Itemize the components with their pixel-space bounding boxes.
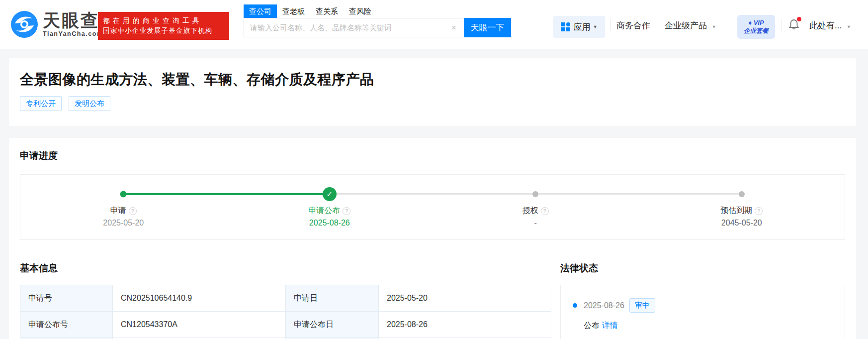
cell-publication-date-label: 申请公布日 [286, 312, 379, 338]
notification-red-dot [797, 17, 801, 21]
cell-application-date-value: 2025-05-20 [379, 285, 551, 312]
help-icon[interactable]: ? [755, 207, 763, 215]
nav-more-dropdown[interactable]: 此处有... ▼ [809, 20, 851, 31]
patent-title: 全景图像的生成方法、装置、车辆、存储介质及程序产品 [20, 71, 845, 88]
cell-publication-number-label: 申请公布号 [20, 312, 113, 338]
cell-publication-date-value: 2025-08-26 [379, 312, 551, 338]
legal-status-box: 2025-08-26 审中 公布 详情 [560, 285, 845, 339]
step-date: - [433, 219, 639, 227]
cell-application-number-label: 申请号 [20, 285, 113, 312]
promo-banner: 都在用的商业查询工具 国家中小企业发展子基金旗下机构 [98, 12, 229, 40]
vip-line1: ♦ VIP [748, 19, 764, 27]
nav-business-cooperation[interactable]: 商务合作 [616, 20, 650, 31]
vip-diamond-icon: ♦ [748, 19, 752, 26]
apps-grid-icon [561, 22, 570, 32]
legal-action-label: 公布 [584, 321, 600, 330]
tab-search-company[interactable]: 查公司 [244, 4, 277, 19]
step-date: 2025-05-20 [20, 219, 227, 227]
more-label: 此处有... [809, 21, 842, 30]
timeline-track-completed [123, 193, 330, 195]
table-row: 申请号 CN202510654140.9 申请日 2025-05-20 [20, 285, 551, 312]
bullet-dot-icon [573, 303, 577, 308]
step-date: 2045-05-20 [639, 219, 845, 227]
step-label: 授权 [522, 206, 538, 216]
brand-domain: TianYanCha.com [43, 30, 103, 37]
step-label: 预估到期 [720, 206, 752, 216]
nav-enterprise-product[interactable]: 企业级产品 ▼ [665, 20, 716, 31]
step-date: 2025-08-26 [227, 219, 433, 227]
legal-status-date: 2025-08-26 [584, 301, 624, 310]
search-submit-button[interactable]: 天眼一下 [464, 18, 511, 37]
section-heading-legal-status: 法律状态 [560, 262, 845, 274]
cell-application-number-value: CN202510654140.9 [113, 285, 286, 312]
section-heading-basic-info: 基本信息 [20, 262, 551, 274]
tianyancha-eye-icon [11, 11, 38, 38]
basic-info-section: 基本信息 申请号 CN202510654140.9 申请日 2025-05-20… [20, 262, 551, 339]
search-input[interactable] [244, 18, 464, 37]
timeline-dot-filed [120, 191, 127, 198]
timeline-dot-granted [532, 191, 538, 197]
timeline-step-published: 申请公布? 2025-08-26 [227, 206, 433, 227]
legal-status-item: 2025-08-26 审中 [573, 298, 833, 313]
application-progress-timeline: ✓ 申请? 2025-05-20 申请公布? 2025-08-26 授权? - … [20, 174, 845, 240]
tab-search-relation[interactable]: 查关系 [310, 4, 344, 19]
timeline-dot-expiry [739, 191, 745, 197]
promo-line1: 都在用的商业查询工具 [103, 16, 224, 26]
help-icon[interactable]: ? [541, 207, 549, 215]
search-bar: × 天眼一下 [244, 18, 511, 37]
divider [731, 19, 731, 31]
step-label: 申请公布 [308, 206, 340, 216]
timeline-step-estimated-expiry: 预估到期? 2045-05-20 [639, 206, 845, 227]
basic-info-table: 申请号 CN202510654140.9 申请日 2025-05-20 申请公布… [20, 285, 551, 339]
step-label: 申请 [110, 206, 126, 216]
status-badge: 审中 [629, 298, 655, 313]
apps-label: 应用 [574, 21, 591, 33]
timeline-step-granted: 授权? - [433, 206, 639, 227]
apps-menu-button[interactable]: 应用 ▼ [553, 16, 605, 38]
patent-tags: 专利公开 发明公布 [20, 96, 845, 111]
divider [781, 19, 782, 31]
promo-line2: 国家中小企业发展子基金旗下机构 [103, 26, 224, 36]
chevron-down-icon: ▼ [712, 24, 716, 29]
timeline-check-icon: ✓ [323, 187, 337, 201]
legal-status-section: 法律状态 2025-08-26 审中 公布 详情 [560, 262, 845, 339]
help-icon[interactable]: ? [129, 207, 137, 215]
tab-search-risk[interactable]: 查风险 [344, 4, 377, 19]
table-row: 申请公布号 CN120543370A 申请公布日 2025-08-26 [20, 312, 551, 338]
legal-status-action: 公布 详情 [584, 321, 833, 331]
search-input-wrap: × [244, 18, 464, 37]
tag-invention-publication: 发明公布 [69, 96, 110, 111]
timeline-steps: 申请? 2025-05-20 申请公布? 2025-08-26 授权? - 预估… [20, 175, 845, 227]
chevron-down-icon: ▼ [593, 24, 598, 29]
brand-name: 天眼查 [43, 11, 103, 29]
cell-publication-number-value: CN120543370A [113, 312, 286, 338]
help-icon[interactable]: ? [343, 207, 350, 215]
tianyancha-logo[interactable]: 天眼查 TianYanCha.com [11, 11, 103, 38]
patent-detail-card: 申请进度 ✓ 申请? 2025-05-20 申请公布? 2025-08-26 授… [9, 138, 856, 339]
top-header: 天眼查 TianYanCha.com 都在用的商业查询工具 国家中小企业发展子基… [0, 0, 868, 49]
patent-title-card: 全景图像的生成方法、装置、车辆、存储介质及程序产品 专利公开 发明公布 [9, 58, 856, 126]
divider [610, 19, 611, 31]
section-heading-progress: 申请进度 [20, 150, 845, 161]
vip-package-button[interactable]: ♦ VIP 企业套餐 [737, 15, 775, 39]
vip-line2: 企业套餐 [744, 27, 769, 35]
enterprise-product-label: 企业级产品 [665, 21, 707, 30]
notification-bell-icon[interactable] [788, 18, 801, 32]
clear-search-icon[interactable]: × [449, 23, 459, 33]
legal-detail-link[interactable]: 详情 [602, 321, 617, 330]
chevron-down-icon: ▼ [847, 24, 851, 29]
cell-application-date-label: 申请日 [286, 285, 379, 312]
timeline-step-filed: 申请? 2025-05-20 [20, 206, 227, 227]
tag-patent-publication: 专利公开 [20, 96, 62, 111]
tab-search-boss[interactable]: 查老板 [277, 4, 310, 19]
